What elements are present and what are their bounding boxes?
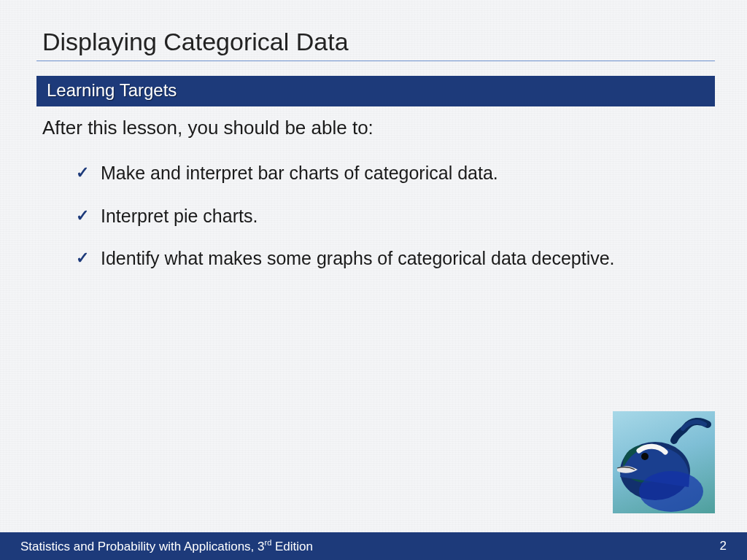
footer-book-prefix: Statistics and Probability with Applicat…: [20, 540, 265, 553]
decorative-image: [613, 411, 715, 513]
footer-book-suffix: Edition: [271, 540, 313, 553]
svg-point-2: [641, 453, 649, 460]
footer-book-ordinal: rd: [265, 538, 272, 547]
footer-book-title: Statistics and Probability with Applicat…: [20, 538, 313, 554]
check-icon: ✓: [76, 206, 89, 227]
list-item: ✓ Interpret pie charts.: [76, 204, 747, 247]
slide: Displaying Categorical Data Learning Tar…: [0, 0, 747, 560]
footer-page-number: 2: [720, 539, 727, 553]
list-item: ✓ Identify what makes some graphs of cat…: [76, 246, 747, 289]
check-icon: ✓: [76, 248, 89, 269]
target-text: Interpret pie charts.: [101, 206, 258, 226]
slide-title: Displaying Categorical Data: [0, 0, 747, 56]
footer-bar: Statistics and Probability with Applicat…: [0, 532, 747, 560]
intro-text: After this lesson, you should be able to…: [0, 106, 747, 139]
targets-list: ✓ Make and interpret bar charts of categ…: [0, 139, 747, 289]
target-text: Identify what makes some graphs of categ…: [101, 248, 615, 268]
list-item: ✓ Make and interpret bar charts of categ…: [76, 161, 747, 204]
target-text: Make and interpret bar charts of categor…: [101, 163, 498, 183]
svg-point-3: [639, 471, 703, 512]
title-divider: [36, 61, 715, 61]
check-icon: ✓: [76, 163, 89, 184]
learning-targets-heading: Learning Targets: [36, 76, 715, 106]
